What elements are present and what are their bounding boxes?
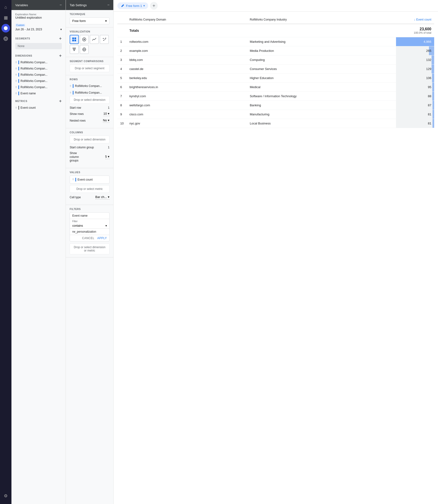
tab-chevron-icon[interactable]: ▾	[143, 4, 145, 7]
metric-item-0[interactable]: ⠿ Event count	[11, 105, 66, 111]
domain-cell: brighthereservices.in	[126, 83, 247, 92]
dimension-item-0[interactable]: ⠿ RollWorks Compan...	[11, 59, 66, 66]
table-row: 6 brighthereservices.in Medical 95	[117, 83, 434, 92]
main-content: Free form 1 ▾ + RollWorks Company Domain…	[114, 0, 438, 504]
event-count-column-header[interactable]: ↓ Event count	[396, 15, 434, 24]
row-dimension-1[interactable]: ⠿ RollWorks Compan...	[70, 89, 110, 96]
svg-rect-6	[75, 40, 76, 41]
start-column-group-label: Start column group	[70, 146, 94, 149]
count-cell: 4,966	[396, 37, 434, 46]
metrics-section-header: METRICS +	[11, 96, 66, 105]
add-tab-button[interactable]: +	[150, 2, 158, 10]
variables-panel: Variables − Exploration Name: Untitled e…	[11, 0, 66, 504]
industry-column-header[interactable]: RollWorks Company Industry	[247, 15, 396, 24]
dimension-item-2[interactable]: ⠿ RollWorks Compan...	[11, 72, 66, 78]
show-rows-chevron-icon: ▾	[108, 112, 110, 115]
domain-cell: wellsfargo.com	[126, 101, 247, 110]
filter-type-select[interactable]: contains ▾	[70, 223, 109, 229]
chart-icon[interactable]: ▦	[1, 13, 10, 22]
minimize-settings-icon[interactable]: −	[107, 3, 110, 7]
nested-rows-chevron-icon: ▾	[108, 118, 110, 122]
drop-dim-metric-zone[interactable]: Drop or select dimension or metric	[70, 243, 110, 254]
dimension-item-4[interactable]: ⠿ RollWorks Compan...	[11, 84, 66, 90]
domain-cell: nyc.gov	[126, 119, 247, 128]
domain-column-header[interactable]: RollWorks Company Domain	[126, 15, 247, 24]
segment-drop-zone[interactable]: Drop or select segment	[70, 65, 110, 72]
svg-rect-5	[72, 40, 74, 41]
tab-free-form-1[interactable]: Free form 1 ▾	[117, 2, 148, 9]
show-column-groups-select[interactable]: 5 ▾	[105, 155, 110, 159]
date-chevron-icon[interactable]: ▾	[60, 28, 62, 31]
table-viz-button[interactable]	[70, 35, 79, 44]
drag-handle-icon: ⠿	[15, 106, 17, 109]
columns-drop-zone[interactable]: Drop or select dimension	[70, 136, 110, 143]
domain-cell: example.com	[126, 46, 247, 56]
technique-section: TECHNIQUE Free form ▾	[66, 10, 113, 27]
metric-drop-zone[interactable]: Drop or select metric	[70, 185, 110, 193]
show-rows-select[interactable]: 10 ▾	[104, 112, 110, 116]
show-rows-value: 10	[104, 112, 107, 115]
filters-label: FILTERS	[70, 208, 110, 210]
svg-point-0	[4, 26, 8, 30]
cell-type-select[interactable]: Bar ch... ▾	[95, 195, 110, 199]
cell-type-label: Cell type	[70, 196, 81, 199]
add-dimension-button[interactable]: +	[59, 54, 62, 58]
line-viz-button[interactable]	[90, 35, 99, 44]
dimension-item-5[interactable]: ⠿ Event name	[11, 90, 66, 96]
dimension-item-1[interactable]: ⠿ RollWorks Compan...	[11, 66, 66, 72]
row-num: 5	[117, 74, 126, 83]
filter-value-input[interactable]: rw_personalization	[70, 229, 109, 235]
value-item[interactable]: ⠿ Event count	[70, 176, 110, 184]
filter-apply-button[interactable]: APPLY	[97, 237, 107, 240]
show-column-groups-label: Show column groups	[70, 151, 86, 163]
variables-panel-header: Variables −	[11, 0, 66, 10]
columns-section: COLUMNS Drop or select dimension Start c…	[66, 128, 113, 168]
metric-label: Event count	[21, 106, 35, 109]
tab-settings-panel: Tab Settings − TECHNIQUE Free form ▾ VIS…	[66, 0, 114, 504]
minimize-variables-icon[interactable]: −	[60, 3, 62, 7]
count-cell: 129	[396, 65, 434, 74]
map-viz-button[interactable]	[80, 45, 89, 54]
row-dimension-0[interactable]: ⠿ RollWorks Compan...	[70, 83, 110, 89]
row-num: 2	[117, 46, 126, 56]
dimension-color-bar	[18, 67, 19, 70]
show-column-groups-chevron-icon: ▾	[108, 155, 110, 158]
domain-cell: bbitq.com	[126, 56, 247, 65]
show-rows-setting: Show rows 10 ▾	[70, 112, 110, 116]
segment-comparisons-label: SEGMENT COMPARISONS	[70, 60, 110, 63]
date-range[interactable]: Custom Jun 26 - Jul 23, 2023 ▾	[11, 21, 66, 34]
add-metric-button[interactable]: +	[59, 99, 62, 103]
count-cell: 132	[396, 56, 434, 65]
funnel-viz-button[interactable]	[70, 45, 79, 54]
technique-select[interactable]: Free form ▾	[70, 17, 110, 24]
metric-color-bar	[18, 106, 19, 110]
campaigns-icon[interactable]	[1, 34, 10, 43]
date-value: Jun 26 - Jul 23, 2023	[15, 28, 42, 31]
row-num: 1	[117, 37, 126, 46]
start-column-group-value: 1	[108, 146, 110, 149]
data-table-container: RollWorks Company Domain RollWorks Compa…	[114, 12, 438, 504]
date-label: Custom	[15, 24, 25, 27]
count-cell: 88	[396, 92, 434, 101]
explore-icon[interactable]	[1, 24, 10, 33]
industry-cell: Local Business	[247, 119, 396, 128]
filter-item: Event name Filter contains ▾ rw_personal…	[70, 212, 110, 241]
settings-icon[interactable]: ⚙	[1, 492, 10, 500]
dimension-item-3[interactable]: ⠿ RollWorks Compan...	[11, 78, 66, 84]
table-row: 9 cisco.com Manufacturing 81	[117, 110, 434, 119]
show-rows-label: Show rows	[70, 112, 84, 116]
left-navigation: ⌂ ▦ ⚙	[0, 0, 11, 504]
rows-drop-zone[interactable]: Drop or select dimension	[70, 96, 110, 104]
home-icon[interactable]: ⌂	[1, 3, 10, 11]
row-number-header	[117, 15, 126, 24]
table-row: 3 bbitq.com Computing 132	[117, 56, 434, 65]
filter-cancel-button[interactable]: CANCEL	[82, 237, 95, 240]
dimensions-section-header: DIMENSIONS +	[11, 51, 66, 59]
nested-rows-select[interactable]: No ▾	[103, 118, 110, 123]
svg-point-9	[103, 38, 104, 39]
industry-cell: Higher Education	[247, 74, 396, 83]
svg-rect-13	[73, 48, 76, 48]
scatter-viz-button[interactable]	[100, 35, 109, 44]
add-segment-button[interactable]: +	[59, 36, 62, 41]
donut-viz-button[interactable]	[80, 35, 89, 44]
